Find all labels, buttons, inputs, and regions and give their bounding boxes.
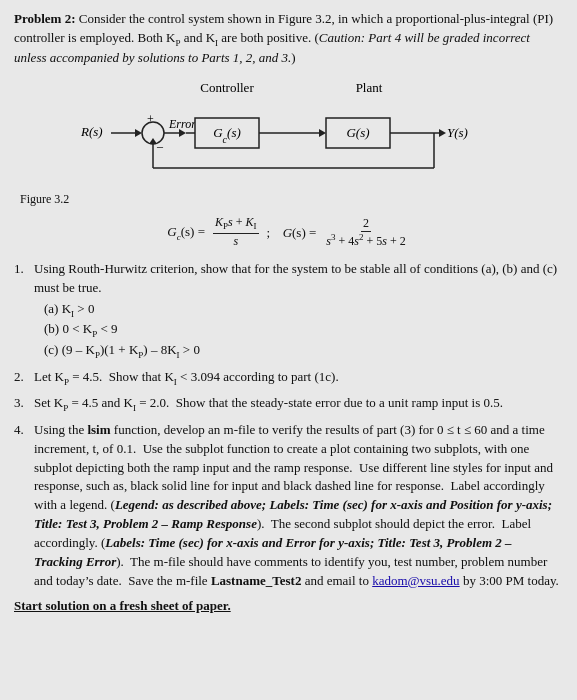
svg-marker-4 [135,129,142,137]
problem-number: Problem 2: [14,11,76,26]
gc-eq-label: Gc(s) = [167,224,205,242]
item-4-text: Using the lsim function, develop an m-fi… [34,421,563,591]
svg-text:Plant: Plant [355,80,382,95]
svg-marker-14 [319,129,326,137]
problem-list: 1. Using Routh-Hurwitz criterion, show t… [14,260,563,590]
svg-text:Error: Error [168,117,196,131]
svg-marker-18 [439,129,446,137]
legend-note: Legend: as described above; Labels: Time… [34,497,552,531]
gc-fraction: KPs + KI s [213,215,259,250]
labels-note: Labels: Time (sec) for x-axis and Error … [34,535,512,569]
gs-fraction: 2 s3 + 4s2 + 5s + 2 [324,216,407,250]
problem-item-1: 1. Using Routh-Hurwitz criterion, show t… [14,260,563,362]
sub-item-a: (a) KI > 0 [44,300,563,321]
problem-item-4: 4. Using the lsim function, develop an m… [14,421,563,591]
item-1-sublist: (a) KI > 0 (b) 0 < KP < 9 (c) (9 – KP)(1… [34,300,563,362]
item-1-text: Using Routh-Hurwitz criterion, show that… [34,260,563,362]
problem-item-2: 2. Let KP = 4.5. Show that KI < 3.094 ac… [14,368,563,389]
equations-section: Gc(s) = KPs + KI s ; G(s) = 2 s3 + 4s2 +… [14,215,563,250]
svg-text:–: – [156,139,164,153]
fresh-sheet-notice: Start solution on a fresh sheet of paper… [14,598,563,614]
problem-item-3: 3. Set KP = 4.5 and KI = 2.0. Show that … [14,394,563,415]
sub-item-b: (b) 0 < KP < 9 [44,320,563,341]
svg-text:Controller: Controller [200,80,254,95]
item-3-text: Set KP = 4.5 and KI = 2.0. Show that the… [34,394,563,415]
equation-row: Gc(s) = KPs + KI s ; G(s) = 2 s3 + 4s2 +… [14,215,563,250]
svg-text:G(s): G(s) [346,125,369,140]
figure-label: Figure 3.2 [20,192,69,207]
item-2-number: 2. [14,368,30,389]
email-link[interactable]: kadom@vsu.edu [372,573,459,588]
filename: Lastname_Test2 [211,573,302,588]
lsim-keyword: lsim [87,422,110,437]
sub-item-c: (c) (9 – KP)(1 + KP) – 8KI > 0 [44,341,563,362]
problem-description: Consider the control system shown in Fig… [14,11,553,65]
item-4-number: 4. [14,421,30,591]
svg-text:R(s): R(s) [80,124,103,139]
block-diagram: Controller Plant R(s) + Error Gc(s) G(s)… [79,78,499,188]
gs-eq-label: G(s) = [283,225,317,241]
semicolon: ; [267,225,277,241]
svg-text:Y(s): Y(s) [447,125,468,140]
block-diagram-container: Controller Plant R(s) + Error Gc(s) G(s)… [14,78,563,207]
problem-header: Problem 2: Consider the control system s… [14,10,563,68]
item-3-number: 3. [14,394,30,415]
item-2-text: Let KP = 4.5. Show that KI < 3.094 accor… [34,368,563,389]
item-1-number: 1. [14,260,30,362]
